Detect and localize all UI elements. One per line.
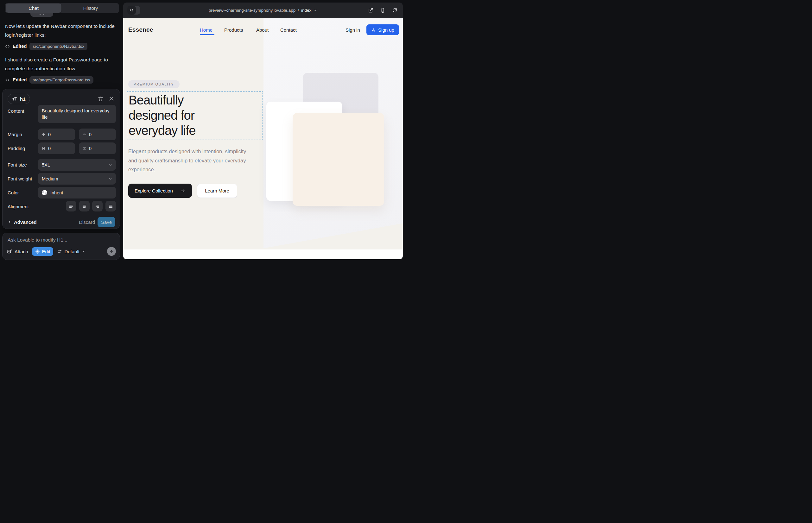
margin-x-value: 0 — [48, 132, 51, 137]
padding-x-value: 0 — [48, 146, 51, 151]
send-button[interactable] — [107, 247, 116, 256]
default-mode-button[interactable]: Default — [57, 249, 86, 254]
user-icon — [371, 28, 376, 32]
color-value: Inherit — [50, 190, 63, 195]
align-left-button[interactable] — [66, 201, 76, 212]
nav-link-about[interactable]: About — [256, 27, 268, 33]
learn-more-button[interactable]: Learn More — [197, 184, 237, 198]
code-icon — [127, 6, 136, 15]
tab-chat[interactable]: Chat — [6, 3, 61, 13]
chevron-down-icon — [314, 8, 317, 12]
padding-y-input[interactable]: 0 — [79, 142, 116, 154]
align-center-icon — [82, 204, 87, 209]
advanced-toggle[interactable]: Advanced — [7, 217, 37, 227]
edit-mode-button[interactable]: Edit — [32, 247, 54, 256]
code-view-toggle[interactable] — [127, 6, 140, 15]
nav-link-contact[interactable]: Contact — [280, 27, 297, 33]
padding-horizontal-icon — [41, 146, 46, 150]
selected-h1-element[interactable]: Beautifully designed for everyday life — [127, 91, 263, 140]
content-input[interactable]: Beautifully designed for everyday life — [38, 105, 116, 123]
transparent-swatch-icon — [42, 190, 47, 195]
padding-vertical-icon — [82, 146, 86, 150]
open-in-new-tab-icon[interactable] — [368, 7, 373, 13]
align-justify-icon — [108, 204, 113, 209]
font-weight-value: Medium — [42, 176, 58, 181]
chat-composer[interactable]: Ask Lovable to modify H1... Attach Edit … — [2, 233, 120, 260]
sign-up-label: Sign up — [378, 27, 394, 33]
h1-line: Beautifully — [128, 92, 263, 108]
decor-beige-card — [293, 113, 384, 206]
discard-button[interactable]: Discard — [79, 217, 95, 227]
tab-history[interactable]: History — [62, 3, 119, 13]
save-button[interactable]: Save — [98, 217, 115, 227]
padding-label: Padding — [7, 146, 25, 151]
url-page: index — [301, 8, 311, 13]
code-icon — [5, 77, 10, 82]
preview-actions — [368, 2, 398, 18]
nav-link-products[interactable]: Products — [224, 27, 243, 33]
font-size-label: Font size — [7, 162, 27, 167]
alignment-label: Alignment — [7, 204, 29, 209]
h1-line: designed for — [128, 108, 263, 123]
delete-element-button[interactable] — [98, 96, 104, 102]
file-badge[interactable]: src/pages/ForgotPassword.tsx — [30, 76, 93, 84]
url-separator: / — [298, 8, 299, 13]
file-badge[interactable]: src/components/Navbar.tsx — [30, 43, 87, 50]
font-weight-select[interactable]: Medium — [38, 173, 116, 184]
sign-up-button[interactable]: Sign up — [366, 24, 399, 35]
padding-x-input[interactable]: 0 — [38, 142, 75, 154]
edited-file-row: Edited src/components/Navbar.tsx — [5, 42, 87, 50]
font-size-select[interactable]: 5XL — [38, 159, 116, 170]
advanced-label: Advanced — [14, 219, 37, 225]
site-canvas: Essence Home Products About Contact Sign… — [123, 18, 403, 250]
margin-y-input[interactable]: 0 — [79, 128, 116, 140]
margin-vertical-icon — [82, 132, 86, 137]
refresh-icon[interactable] — [392, 7, 398, 13]
sign-in-link[interactable]: Sign in — [346, 27, 360, 33]
attach-label: Attach — [15, 249, 28, 254]
margin-horizontal-icon — [41, 132, 46, 137]
nav-link-home[interactable]: Home — [200, 27, 212, 33]
chat-message: Now let's update the Navbar component to… — [5, 22, 121, 40]
edited-label: Edited — [13, 77, 27, 82]
chevron-down-icon — [82, 250, 86, 253]
mobile-view-icon[interactable] — [380, 7, 385, 13]
site-footer-section — [123, 250, 403, 259]
default-label: Default — [64, 249, 80, 254]
color-select[interactable]: Inherit — [38, 187, 116, 198]
active-nav-underline — [200, 34, 214, 35]
chevron-down-icon — [108, 177, 112, 181]
attach-button[interactable]: Attach — [7, 249, 28, 254]
edit-label: Edit — [42, 249, 50, 254]
element-tag: h1 — [20, 96, 26, 102]
cream-diagonal-wedge — [264, 220, 403, 250]
composer-input[interactable]: Ask Lovable to modify H1... — [7, 237, 68, 243]
element-tag-pill[interactable]: h1 — [7, 94, 30, 104]
padding-y-value: 0 — [89, 146, 91, 151]
preview-toolbar: preview--charming-site-symphony.lovable.… — [123, 2, 403, 18]
align-center-button[interactable] — [79, 201, 90, 212]
url-host: preview--charming-site-symphony.lovable.… — [209, 8, 296, 13]
align-right-button[interactable] — [92, 201, 103, 212]
explore-collection-button[interactable]: Explore Collection — [128, 184, 192, 198]
chat-message: I should also create a Forgot Password p… — [5, 55, 121, 73]
align-right-icon — [95, 204, 100, 209]
site-logo[interactable]: Essence — [128, 26, 153, 33]
type-icon — [12, 96, 17, 101]
code-icon — [5, 44, 10, 49]
explore-label: Explore Collection — [135, 188, 173, 194]
h1-line: everyday life — [128, 123, 263, 138]
chevron-right-icon — [7, 220, 12, 224]
composer-toolbar: Attach Edit Default — [7, 247, 116, 256]
edited-file-row: Edited src/pages/ForgotPassword.tsx — [5, 76, 93, 84]
preview-url[interactable]: preview--charming-site-symphony.lovable.… — [209, 8, 317, 13]
color-label: Color — [7, 190, 19, 195]
scrolled-chip-partial — [30, 13, 53, 17]
margin-x-input[interactable]: 0 — [38, 128, 75, 140]
sliders-icon — [57, 249, 62, 254]
attach-image-icon — [7, 249, 12, 254]
align-justify-button[interactable] — [105, 201, 116, 212]
chat-history-tabs: Chat History — [5, 3, 119, 13]
font-size-value: 5XL — [42, 162, 50, 167]
close-panel-button[interactable] — [109, 96, 115, 102]
